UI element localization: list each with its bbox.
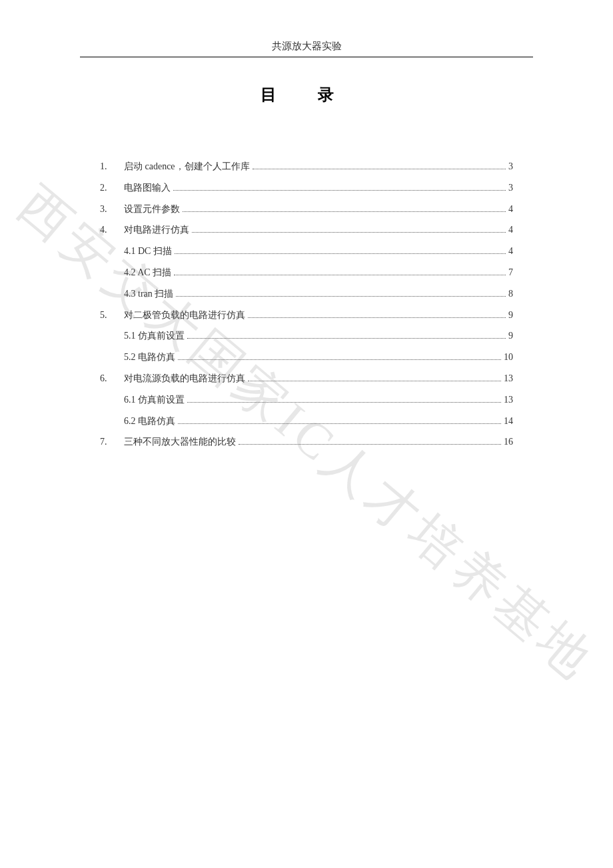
table-of-contents: 1.启动 cadence，创建个人工作库32.电路图输入33.设置元件参数44.… (80, 159, 533, 450)
toc-page-number: 3 (508, 180, 513, 196)
toc-leader-dots (187, 402, 501, 403)
toc-page-number: 3 (508, 159, 513, 175)
toc-label: 电路图输入 (124, 180, 171, 196)
toc-leader-dots (178, 423, 501, 424)
toc-page-number: 7 (508, 265, 513, 281)
page-header: 共源放大器实验 (80, 40, 533, 57)
toc-page-number: 16 (504, 434, 513, 450)
toc-label: 6.1 仿真前设置 (124, 392, 185, 408)
toc-label: 4.2 AC 扫描 (124, 265, 171, 281)
toc-entry: 4.3 tran 扫描8 (100, 286, 513, 302)
toc-leader-dots (178, 359, 501, 360)
toc-label: 设置元件参数 (124, 201, 180, 217)
toc-leader-dots (183, 211, 506, 212)
toc-label: 6.2 电路仿真 (124, 413, 175, 429)
toc-label: 对电路进行仿真 (124, 222, 189, 238)
toc-entry: 3.设置元件参数4 (100, 201, 513, 217)
toc-number: 5. (100, 307, 124, 323)
toc-number: 6. (100, 371, 124, 387)
toc-number: 3. (100, 201, 124, 217)
toc-leader-dots (239, 444, 501, 445)
toc-page-number: 13 (504, 392, 513, 408)
toc-label: 5.1 仿真前设置 (124, 328, 185, 344)
toc-number: 4. (100, 222, 124, 238)
toc-page-number: 4 (508, 222, 513, 238)
toc-leader-dots (253, 169, 506, 169)
toc-label: 对电流源负载的电路进行仿真 (124, 371, 245, 387)
document-page: 共源放大器实验 目 录 1.启动 cadence，创建个人工作库32.电路图输入… (0, 0, 613, 868)
toc-leader-dots (175, 253, 506, 254)
page-title: 目 录 (80, 84, 533, 105)
toc-page-number: 9 (508, 307, 513, 323)
toc-label: 4.1 DC 扫描 (124, 243, 172, 259)
toc-leader-dots (248, 317, 506, 318)
toc-page-number: 10 (504, 349, 513, 365)
toc-entry: 6.1 仿真前设置13 (100, 392, 513, 408)
toc-page-number: 8 (508, 286, 513, 302)
toc-number: 7. (100, 434, 124, 450)
toc-page-number: 14 (504, 413, 513, 429)
toc-page-number: 4 (508, 201, 513, 217)
toc-entry: 6.对电流源负载的电路进行仿真13 (100, 371, 513, 387)
toc-number: 2. (100, 180, 124, 196)
toc-leader-dots (173, 190, 506, 191)
toc-label: 5.2 电路仿真 (124, 349, 175, 365)
toc-entry: 6.2 电路仿真14 (100, 413, 513, 429)
toc-entry: 5.对二极管负载的电路进行仿真9 (100, 307, 513, 323)
toc-leader-dots (174, 275, 506, 275)
toc-entry: 7.三种不同放大器性能的比较16 (100, 434, 513, 450)
toc-entry: 4.1 DC 扫描4 (100, 243, 513, 259)
toc-leader-dots (176, 296, 506, 297)
toc-entry: 5.1 仿真前设置9 (100, 328, 513, 344)
toc-page-number: 9 (508, 328, 513, 344)
toc-leader-dots (248, 381, 501, 381)
toc-label: 对二极管负载的电路进行仿真 (124, 307, 245, 323)
toc-page-number: 13 (504, 371, 513, 387)
toc-entry: 1.启动 cadence，创建个人工作库3 (100, 159, 513, 175)
toc-leader-dots (192, 232, 506, 233)
toc-entry: 5.2 电路仿真10 (100, 349, 513, 365)
toc-page-number: 4 (508, 243, 513, 259)
toc-entry: 4.2 AC 扫描7 (100, 265, 513, 281)
toc-label: 4.3 tran 扫描 (124, 286, 173, 302)
toc-number: 1. (100, 159, 124, 175)
toc-label: 三种不同放大器性能的比较 (124, 434, 236, 450)
toc-entry: 4.对电路进行仿真4 (100, 222, 513, 238)
toc-leader-dots (187, 338, 506, 339)
toc-entry: 2.电路图输入3 (100, 180, 513, 196)
toc-label: 启动 cadence，创建个人工作库 (124, 159, 250, 175)
